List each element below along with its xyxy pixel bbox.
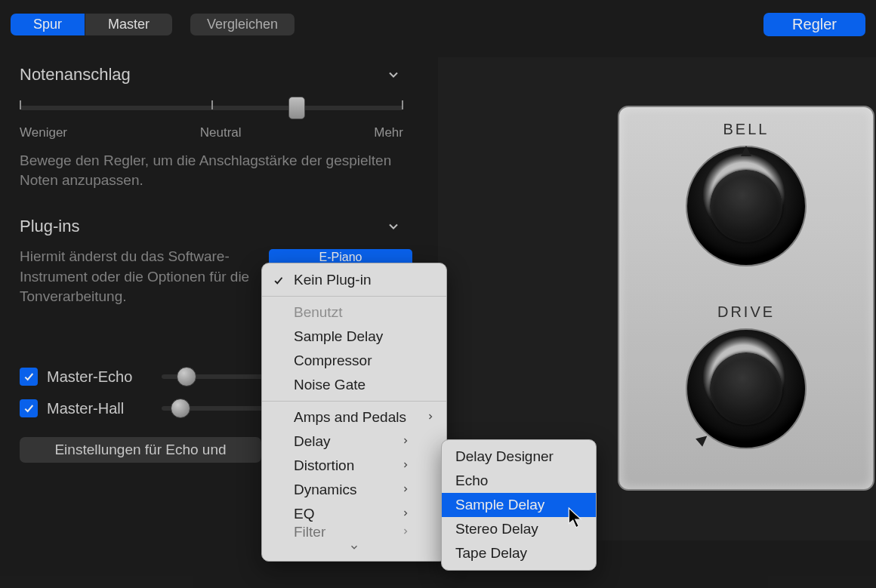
menu-item-category[interactable]: Amps and Pedals — [262, 405, 446, 429]
velocity-slider-thumb[interactable] — [288, 97, 305, 119]
submenu-item[interactable]: Sample Delay — [442, 493, 596, 517]
plugin-submenu-delay: Delay DesignerEchoSample DelayStereo Del… — [441, 439, 597, 571]
velocity-min-label: Weniger — [20, 125, 67, 140]
menu-item-label: Kein Plug-in — [294, 272, 371, 288]
menu-item-category[interactable]: Distortion — [262, 454, 446, 478]
section-velocity-header[interactable]: Notenanschlag — [20, 65, 403, 85]
plugin-menu: Kein Plug-in Benutzt Sample DelayCompres… — [261, 263, 447, 562]
knob-bell[interactable] — [686, 146, 807, 266]
chevron-down-icon[interactable] — [384, 65, 403, 85]
menu-item-used[interactable]: Sample Delay — [262, 325, 446, 349]
menu-item-used[interactable]: Noise Gate — [262, 373, 446, 397]
master-echo-slider-thumb[interactable] — [177, 367, 196, 386]
knob-drive[interactable] — [686, 328, 807, 449]
controls-button[interactable]: Regler — [763, 13, 865, 36]
velocity-slider-labels: Weniger Neutral Mehr — [20, 125, 403, 140]
track-master-segmented: Spur Master — [11, 14, 172, 35]
section-plugins-title: Plug-ins — [20, 217, 79, 236]
menu-item-label: Distortion — [294, 457, 354, 474]
master-hall-slider-thumb[interactable] — [171, 399, 190, 418]
submenu-item[interactable]: Stereo Delay — [442, 517, 596, 541]
chevron-right-icon — [381, 482, 410, 498]
checkmark-icon — [273, 273, 284, 290]
top-toolbar: Spur Master Vergleichen Regler — [11, 11, 865, 38]
master-hall-label: Master-Hall — [47, 400, 153, 417]
chevron-right-icon — [381, 433, 410, 450]
tab-track[interactable]: Spur — [11, 14, 85, 35]
chevron-right-icon — [381, 506, 410, 522]
velocity-hint: Bewege den Regler, um die Anschlagstärke… — [20, 151, 403, 189]
menu-overflow-indicator[interactable] — [262, 538, 446, 556]
menu-item-label: Benutzt — [294, 304, 342, 321]
section-velocity-title: Notenanschlag — [20, 65, 131, 85]
knob-bell-label: BELL — [619, 121, 873, 138]
knob-drive-label: DRIVE — [619, 303, 873, 321]
echo-settings-button[interactable]: Einstellungen für Echo und — [20, 437, 261, 463]
menu-item-category[interactable]: EQ — [262, 502, 446, 526]
master-echo-slider[interactable] — [162, 374, 275, 379]
menu-item-label: Delay — [294, 433, 331, 450]
master-echo-checkbox[interactable] — [20, 368, 38, 386]
submenu-item[interactable]: Delay Designer — [442, 445, 596, 469]
chevron-down-icon[interactable] — [384, 217, 403, 236]
master-hall-checkbox[interactable] — [20, 399, 38, 417]
menu-item-category[interactable]: Delay — [262, 429, 446, 454]
chevron-right-icon — [406, 409, 435, 426]
menu-item-label: Filter — [294, 526, 325, 538]
velocity-mid-label: Neutral — [200, 125, 242, 140]
chevron-right-icon — [381, 526, 410, 538]
master-hall-slider[interactable] — [162, 406, 275, 411]
menu-item-label: EQ — [294, 506, 314, 522]
instrument-panel: BELL DRIVE — [618, 106, 874, 491]
menu-item-label: Amps and Pedals — [294, 409, 406, 426]
tab-master[interactable]: Master — [85, 14, 172, 35]
chevron-right-icon — [381, 457, 410, 474]
section-plugins-header[interactable]: Plug-ins — [20, 217, 403, 236]
menu-item-category[interactable]: Dynamics — [262, 478, 446, 502]
submenu-item[interactable]: Echo — [442, 469, 596, 493]
menu-item-label: Dynamics — [294, 482, 356, 498]
menu-item-used[interactable]: Compressor — [262, 349, 446, 373]
submenu-item[interactable]: Tape Delay — [442, 541, 596, 565]
plugins-description: Hiermit änderst du das Software-Instrume… — [20, 247, 254, 307]
menu-header-used: Benutzt — [262, 300, 446, 325]
master-echo-label: Master-Echo — [47, 368, 153, 386]
compare-button[interactable]: Vergleichen — [190, 14, 295, 35]
velocity-slider[interactable] — [20, 106, 403, 110]
menu-item-no-plugin[interactable]: Kein Plug-in — [262, 268, 446, 292]
velocity-max-label: Mehr — [374, 125, 403, 140]
menu-item-category[interactable]: Filter — [262, 526, 446, 538]
